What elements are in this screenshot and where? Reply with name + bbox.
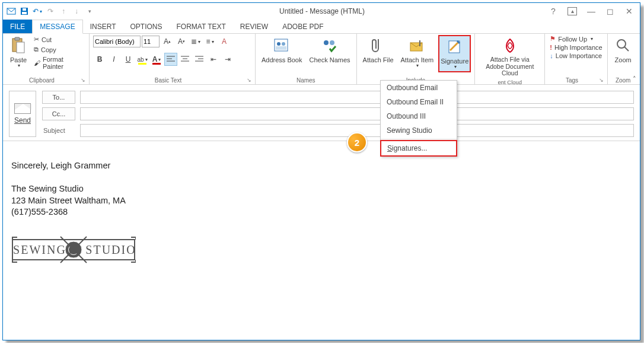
signature-button[interactable]: Signature ▾ — [438, 35, 471, 72]
check-names-button[interactable]: Check Names — [307, 35, 352, 65]
svg-rect-10 — [276, 46, 286, 50]
font-color-icon[interactable]: A▾ — [150, 53, 163, 66]
svg-point-8 — [277, 42, 280, 46]
group-tags: ⚑Follow Up▾ !High Importance ↓Low Import… — [545, 34, 607, 84]
dialog-launcher-icon[interactable]: ↘ — [599, 77, 604, 83]
group-basic-text: A▴ A▾ ≣▾ ≡▾ A B I U ab▾ A▾ ⇤ ⇥ — [90, 34, 256, 84]
maximize-icon[interactable]: ◻ — [605, 7, 615, 16]
format-painter-button[interactable]: 🖌Format Painter — [33, 55, 85, 71]
grow-font-icon[interactable]: A▴ — [161, 35, 174, 48]
tab-options[interactable]: OPTIONS — [123, 20, 170, 33]
quick-access-toolbar: ↶▾ ↷ ↑ ↓ ▾ — [5, 5, 95, 17]
qat-customize-icon[interactable]: ▾ — [84, 5, 95, 17]
adobe-attach-button[interactable]: Attach File via Adobe Document Cloud — [479, 35, 541, 78]
ribbon-display-icon[interactable]: ▴ — [568, 7, 577, 15]
signature-line1: Sincerely, Leigh Grammer — [11, 160, 632, 172]
paste-icon — [9, 36, 28, 55]
underline-button[interactable]: U — [122, 53, 135, 66]
address-book-icon — [272, 36, 291, 55]
adobe-icon — [500, 36, 519, 55]
dialog-launcher-icon[interactable]: ↘ — [247, 77, 251, 83]
increase-indent-icon[interactable]: ⇥ — [221, 53, 234, 66]
tab-message[interactable]: MESSAGE — [32, 20, 82, 34]
ribbon-tabs: FILE MESSAGE INSERT OPTIONS FORMAT TEXT … — [3, 20, 640, 34]
prev-icon[interactable]: ↑ — [58, 5, 69, 17]
brush-icon: 🖌 — [34, 59, 40, 66]
cc-button[interactable]: Cc... — [42, 107, 75, 120]
sewing-studio-logo: SEWING STUDIO — [11, 231, 136, 268]
dialog-launcher-icon[interactable]: ↘ — [81, 77, 85, 83]
shrink-font-icon[interactable]: A▾ — [175, 35, 188, 48]
align-right-icon[interactable] — [193, 53, 206, 66]
undo-icon[interactable]: ↶▾ — [31, 5, 43, 17]
tab-file[interactable]: FILE — [3, 20, 32, 33]
font-name-combo[interactable] — [93, 36, 141, 47]
address-book-button[interactable]: Address Book — [259, 35, 304, 65]
svg-rect-5 — [15, 37, 20, 40]
copy-icon: ⧉ — [34, 46, 39, 53]
exclamation-icon: ! — [550, 44, 552, 51]
collapse-ribbon-icon[interactable]: ˄ — [633, 75, 636, 83]
attach-file-button[interactable]: Attach File — [361, 35, 396, 65]
save-icon[interactable] — [18, 5, 30, 17]
svg-rect-6 — [17, 42, 24, 53]
group-include: Attach File Attach Item▾ Signature ▾ Inc… — [357, 34, 476, 84]
tab-review[interactable]: REVIEW — [233, 20, 275, 33]
group-adobe: Attach File via Adobe Document Cloud ent… — [475, 34, 545, 84]
decrease-indent-icon[interactable]: ⇤ — [207, 53, 220, 66]
paste-button[interactable]: Paste ▾ — [7, 35, 30, 70]
italic-button[interactable]: I — [107, 53, 120, 66]
signature-menu-item[interactable]: Sewing Studio — [381, 123, 457, 138]
chevron-down-icon: ▾ — [18, 63, 20, 69]
signature-menu-item[interactable]: Outbound Email — [381, 81, 457, 95]
group-names: Address Book Check Names Names — [256, 34, 357, 84]
signatures-menu-item[interactable]: Signatures... — [380, 140, 457, 157]
bullets-icon[interactable]: ≣▾ — [189, 35, 202, 48]
to-field[interactable] — [80, 91, 634, 104]
redo-icon[interactable]: ↷ — [44, 5, 56, 17]
ribbon: Paste ▾ ✂Cut ⧉Copy 🖌Format Painter Clipb… — [3, 34, 640, 85]
font-size-combo[interactable] — [142, 36, 160, 47]
copy-button[interactable]: ⧉Copy — [33, 45, 85, 54]
to-button[interactable]: To... — [42, 91, 75, 104]
attach-item-button[interactable]: Attach Item▾ — [398, 35, 436, 70]
bold-button[interactable]: B — [93, 53, 106, 66]
low-importance-button[interactable]: ↓Low Importance — [549, 52, 603, 59]
tab-adobe-pdf[interactable]: ADOBE PDF — [275, 20, 330, 33]
high-importance-button[interactable]: !High Importance — [549, 44, 603, 51]
next-icon[interactable]: ↓ — [71, 5, 82, 17]
align-left-icon[interactable] — [164, 53, 177, 66]
highlight-icon[interactable]: ab▾ — [136, 53, 149, 66]
envelope-icon — [14, 103, 31, 114]
svg-text:SEWING: SEWING — [13, 243, 66, 256]
subject-label: Subject — [42, 127, 75, 134]
signature-dropdown: Outbound Email Outbound Email II Outboun… — [380, 80, 457, 157]
signature-menu-item[interactable]: Outbound Email II — [381, 95, 457, 109]
close-icon[interactable]: ✕ — [624, 7, 634, 16]
svg-rect-3 — [23, 8, 26, 11]
attach-item-icon — [407, 36, 426, 55]
menu-separator — [381, 139, 457, 139]
zoom-button[interactable]: Zoom — [611, 35, 635, 65]
message-body[interactable]: Sincerely, Leigh Grammer The Sewing Stud… — [3, 141, 640, 320]
follow-up-button[interactable]: ⚑Follow Up▾ — [549, 35, 603, 43]
signature-menu-item[interactable]: Outbound III — [381, 109, 457, 123]
format-painter2-icon[interactable]: A — [218, 35, 231, 48]
tab-format-text[interactable]: FORMAT TEXT — [170, 20, 233, 33]
svg-rect-2 — [22, 12, 27, 14]
arrow-down-icon: ↓ — [550, 52, 553, 59]
title-bar: ↶▾ ↷ ↑ ↓ ▾ Untitled - Message (HTML) ? ▴… — [3, 3, 640, 20]
window-title: Untitled - Message (HTML) — [95, 7, 549, 15]
numbering-icon[interactable]: ≡▾ — [203, 35, 216, 48]
outlook-message-window: ↶▾ ↷ ↑ ↓ ▾ Untitled - Message (HTML) ? ▴… — [2, 2, 640, 340]
cc-field[interactable] — [80, 107, 634, 120]
help-icon[interactable]: ? — [549, 7, 558, 16]
chevron-down-icon: ▾ — [454, 65, 457, 70]
minimize-icon[interactable]: — — [586, 7, 596, 16]
send-button[interactable]: Send — [9, 91, 36, 137]
window-controls: ? ▴ — ◻ ✕ — [549, 7, 637, 16]
cut-button[interactable]: ✂Cut — [33, 35, 85, 44]
signature-line2: The Sewing Studio — [11, 183, 632, 195]
tab-insert[interactable]: INSERT — [83, 20, 123, 33]
align-center-icon[interactable] — [178, 53, 192, 66]
